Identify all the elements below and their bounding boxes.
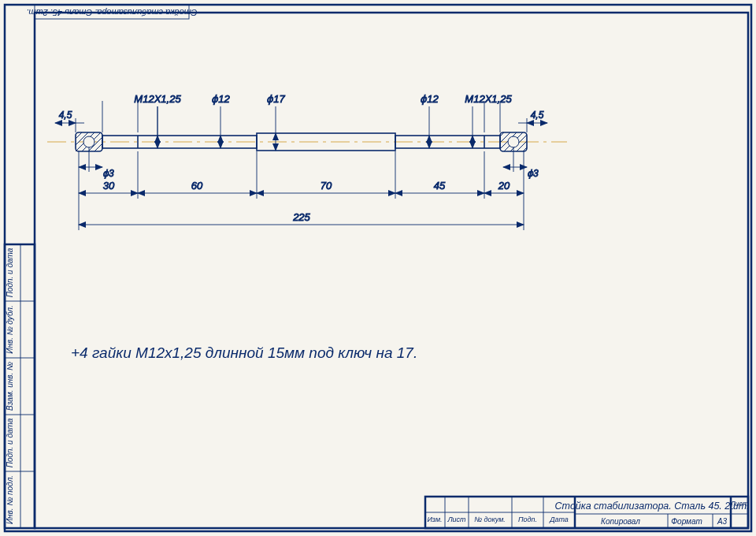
tb-format-label: Формат: [671, 517, 702, 526]
svg-rect-0: [0, 0, 756, 536]
dim-phi3-right: ϕ3: [527, 168, 539, 179]
side-cell-2: Взам. инв. №: [6, 362, 14, 411]
dim-4_5-left: 4,5: [59, 110, 72, 121]
dim-30: 30: [103, 180, 115, 192]
side-cell-3: Инв. № дубл.: [6, 305, 14, 354]
dim-70: 70: [321, 180, 332, 192]
note-text: +4 гайки М12х1,25 длинной 15мм под ключ …: [71, 344, 417, 361]
dim-thread-left: М12Х1,25: [134, 93, 181, 105]
tb-col3: Подп.: [518, 516, 537, 523]
side-cell-1: Подп. и дата: [6, 418, 14, 467]
tb-col4: Дата: [549, 516, 569, 523]
dim-phi3-left: ϕ3: [102, 168, 114, 179]
dim-45: 45: [434, 180, 446, 192]
dim-phi12-left: ϕ12: [211, 93, 230, 105]
tb-list: Лист: [729, 500, 749, 508]
tb-col2: № докум.: [474, 516, 506, 523]
tb-copied: Копировал: [601, 517, 640, 526]
dim-thread-right: М12Х1,25: [465, 93, 512, 105]
svg-point-14: [508, 136, 519, 147]
dim-phi17: ϕ17: [266, 93, 285, 105]
dim-60: 60: [191, 180, 203, 192]
dim-phi12-right: ϕ12: [420, 93, 439, 105]
dim-20: 20: [498, 180, 510, 192]
tb-format-value: А3: [717, 517, 728, 526]
tb-col0: Изм.: [427, 516, 442, 523]
side-cell-4: Подп. и дата: [6, 248, 14, 297]
dim-225: 225: [292, 211, 310, 223]
dim-4_5-right: 4,5: [531, 110, 544, 121]
side-cell-0: Инв. № подл.: [6, 475, 14, 524]
tb-col1: Лист: [447, 516, 466, 523]
svg-point-9: [83, 136, 94, 147]
tb-title: Стойка стабилизатора. Сталь 45. 2шт.: [555, 501, 750, 512]
top-tab-text: Стойка стабилизатора. Сталь 45. 2шт.: [26, 8, 197, 17]
